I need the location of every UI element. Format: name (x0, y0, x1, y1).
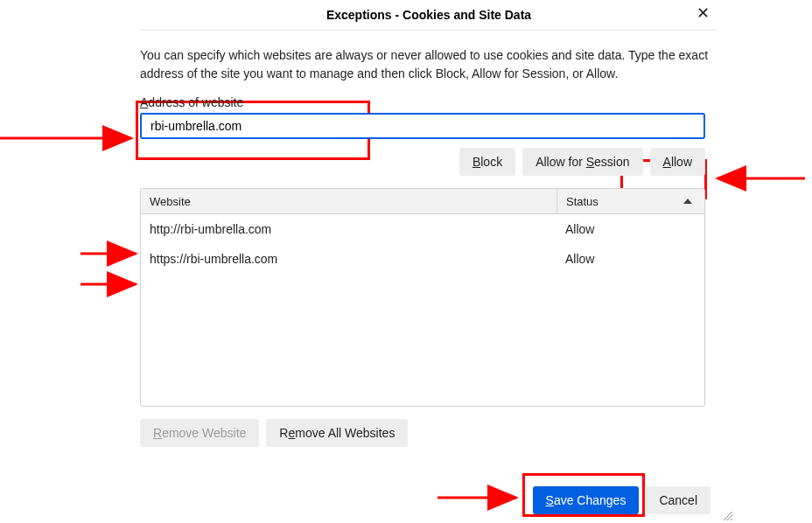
block-button[interactable]: Block (459, 148, 515, 176)
dialog-description: You can specify which websites are alway… (140, 46, 718, 83)
save-changes-button[interactable]: Save Changes (533, 486, 640, 514)
remove-website-button[interactable]: Remove Website (140, 419, 259, 447)
column-status[interactable]: Status (556, 189, 704, 213)
resize-grip-icon[interactable] (722, 510, 732, 520)
dialog-header: Exceptions - Cookies and Site Data ✕ (140, 0, 718, 31)
address-input[interactable] (140, 113, 705, 139)
cancel-button[interactable]: Cancel (646, 486, 710, 514)
dialog-title: Exceptions - Cookies and Site Data (326, 8, 531, 22)
allow-for-session-button[interactable]: Allow for Session (522, 148, 642, 176)
allow-button[interactable]: Allow (650, 148, 705, 176)
table-header: Website Status (141, 189, 704, 214)
close-icon[interactable]: ✕ (688, 0, 718, 30)
table-row[interactable]: http://rbi-umbrella.com Allow (141, 214, 704, 244)
exceptions-dialog: Exceptions - Cookies and Site Data ✕ You… (122, 0, 735, 523)
sort-asc-icon (683, 199, 692, 204)
column-website[interactable]: Website (141, 195, 556, 208)
table-row[interactable]: https://rbi-umbrella.com Allow (141, 244, 704, 274)
address-label: Address of website (140, 95, 718, 109)
svg-line-7 (731, 519, 732, 520)
exceptions-table: Website Status http://rbi-umbrella.com A… (140, 188, 705, 407)
remove-all-websites-button[interactable]: Remove All Websites (266, 419, 408, 447)
